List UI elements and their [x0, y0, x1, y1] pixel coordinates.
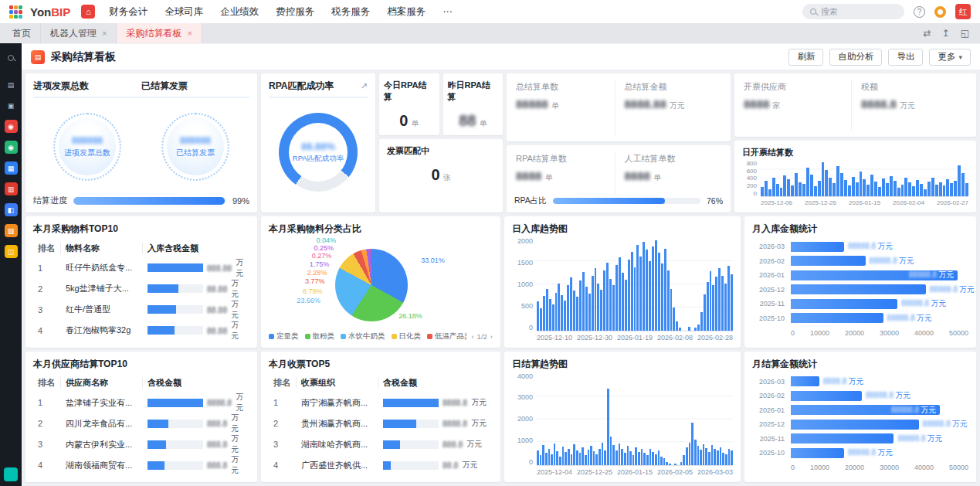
hbar-row: 2026-038888.8万元 — [752, 376, 968, 386]
bar — [724, 284, 727, 331]
masked-value: 888.8 — [443, 440, 463, 449]
switch-icon[interactable]: ⇄ — [924, 28, 931, 39]
bar-value-label: 88888.8万元 — [923, 419, 968, 430]
bar — [588, 450, 590, 465]
x-tick-label: 2026-02-27 — [937, 199, 968, 206]
bar — [882, 178, 885, 196]
close-icon[interactable]: × — [187, 29, 192, 38]
legend-label: 散粉类 — [313, 331, 335, 342]
sidebar-bottom-app-icon[interactable] — [4, 467, 18, 481]
header-button-刷新[interactable]: 刷新 — [788, 49, 823, 66]
notification-icon[interactable] — [934, 6, 946, 18]
bar-track — [148, 326, 203, 335]
sidebar-clipboard-icon[interactable]: ▤ — [5, 78, 18, 91]
tab-机器人管理[interactable]: 机器人管理× — [41, 23, 117, 43]
sidebar-app-green-icon[interactable]: ◉ — [5, 141, 18, 154]
stat-total-orders: 总结算单数 88888单 — [514, 80, 615, 135]
bar — [562, 447, 565, 465]
rank-cell: 3 — [269, 440, 297, 449]
more-button[interactable]: 更多▾ — [929, 49, 971, 66]
category-label: 2026-01 — [752, 271, 785, 279]
bar — [543, 296, 545, 331]
expand-icon[interactable]: ↗ — [361, 81, 368, 91]
avatar[interactable]: 红 — [955, 4, 971, 19]
legend-item[interactable]: 日化类 — [392, 331, 422, 342]
bar — [661, 263, 663, 331]
y-tick-label: 3000 — [517, 394, 533, 401]
nav-item[interactable]: ⋯ — [443, 5, 453, 19]
bar — [628, 260, 630, 331]
header-button-自助分析[interactable]: 自助分析 — [829, 49, 882, 66]
logo-dot — [19, 15, 22, 19]
nav-item[interactable]: 财务会计 — [109, 5, 148, 19]
card-title: 发票匹配中 — [387, 145, 495, 157]
bar — [908, 182, 911, 196]
nav-item[interactable]: 税务服务 — [331, 5, 370, 19]
bar — [787, 179, 790, 196]
search-input[interactable]: 搜索 — [802, 4, 904, 19]
close-icon[interactable]: × — [102, 29, 107, 38]
nav-item[interactable]: 企业绩效 — [220, 5, 259, 19]
bar-value-label: 88888.8万元 — [930, 284, 975, 295]
help-icon[interactable]: ? — [914, 6, 925, 18]
chart-plot-area: 2000150010005000 — [512, 238, 733, 331]
progress-percent: 99% — [232, 196, 249, 206]
home-icon[interactable]: ⌂ — [81, 5, 95, 19]
legend-item[interactable]: 定量类 — [269, 331, 299, 342]
x-axis: 01000020000300004000050000 — [752, 464, 968, 471]
sidebar-search-icon[interactable] — [5, 51, 18, 64]
bar-value-label: 8888.8万元 — [823, 376, 864, 387]
logo-dot — [9, 15, 13, 19]
value-unit: 万元 — [231, 299, 245, 321]
hbar-track: 88888.8万元 — [791, 284, 968, 294]
nav-item[interactable]: 费控服务 — [276, 5, 314, 19]
bar — [836, 166, 839, 196]
value-unit: 万元 — [917, 313, 932, 324]
sidebar-app-cart-icon[interactable]: ◫ — [5, 245, 18, 258]
bar — [720, 447, 722, 465]
header-button-导出[interactable]: 导出 — [888, 49, 923, 66]
upload-icon[interactable]: ↥ — [942, 28, 950, 39]
sidebar-app-crimson-icon[interactable]: ▥ — [5, 182, 18, 195]
prev-page-icon[interactable]: ‹ — [471, 332, 473, 341]
bar — [148, 420, 168, 428]
bar — [646, 250, 648, 331]
brand-prefix: Yon — [30, 5, 51, 19]
bar — [573, 444, 575, 465]
bar — [689, 443, 691, 465]
tab-首页[interactable]: 首页 — [3, 23, 41, 43]
bar — [148, 440, 166, 449]
sidebar-workbench-icon[interactable]: ▣ — [5, 99, 18, 112]
legend-item[interactable]: 散粉类 — [305, 331, 335, 342]
bar — [954, 181, 957, 196]
next-page-icon[interactable]: › — [490, 332, 493, 341]
tab-采购结算看板[interactable]: 采购结算看板× — [117, 23, 202, 43]
chart-title: 日开票结算数 — [742, 147, 968, 158]
sidebar-app-orange-icon[interactable]: ▨ — [5, 224, 18, 237]
nav-item[interactable]: 档案服务 — [387, 5, 426, 19]
logo-dot — [14, 5, 18, 9]
bar — [714, 449, 716, 465]
bar — [582, 447, 584, 465]
bar: 88888.8万元 — [791, 299, 897, 309]
rank-cell: 4 — [269, 461, 297, 470]
card-title: RPA匹配成功率 — [269, 80, 334, 93]
nav-item[interactable]: 全球司库 — [164, 5, 203, 19]
rpa-rate-link[interactable]: RPA匹配成功率 — [293, 154, 344, 164]
sidebar-app-indigo-icon[interactable]: ◧ — [5, 203, 18, 216]
sidebar-app-red-icon[interactable]: ◉ — [5, 120, 18, 133]
value-unit: 万元 — [231, 278, 245, 300]
pie-percentage-label: 2.28% — [307, 269, 327, 277]
bar-track — [148, 263, 203, 272]
bar — [585, 455, 587, 465]
y-tick-label: 200 — [747, 183, 757, 189]
bar — [667, 270, 670, 331]
bar — [676, 321, 678, 331]
fullscreen-icon[interactable]: ◱ — [961, 28, 969, 39]
card-monthly-inbound-chart: 月入库金额统计 2026-0388888.8万元2026-0288888.8万元… — [744, 216, 976, 348]
bar — [683, 455, 685, 465]
x-tick-label: 2025-12-06 — [761, 199, 792, 206]
legend-item[interactable]: 水饮牛奶类 — [341, 331, 385, 342]
legend-item[interactable]: 低温产品类 — [427, 331, 466, 342]
sidebar-app-blue-grid-icon[interactable]: ▦ — [5, 161, 18, 175]
